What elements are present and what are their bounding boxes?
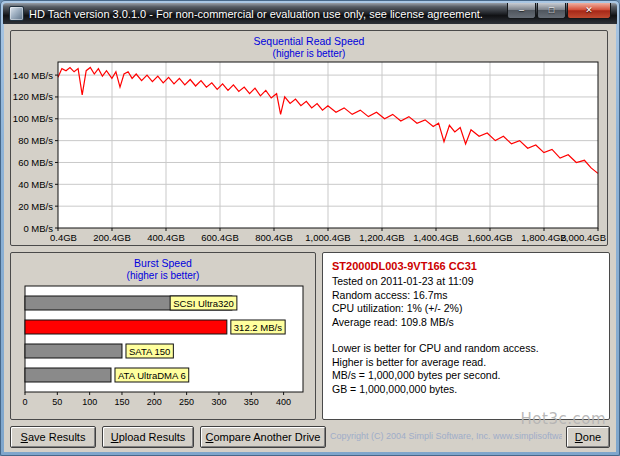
client-area: Sequential Read Speed (higher is better)… xyxy=(4,24,616,452)
maximize-button[interactable]: □ xyxy=(537,3,566,19)
svg-text:SATA 150: SATA 150 xyxy=(129,346,170,357)
info-notes: Lower is better for CPU and random acces… xyxy=(332,342,600,396)
stat-line: CPU utilization: 1% (+/- 2%) xyxy=(332,302,600,316)
svg-text:0 MB/s: 0 MB/s xyxy=(23,223,53,234)
svg-text:1,000.4GB: 1,000.4GB xyxy=(305,232,350,243)
svg-text:1,600.4GB: 1,600.4GB xyxy=(467,232,512,243)
sequential-chart-title: Sequential Read Speed xyxy=(11,35,607,48)
svg-text:350: 350 xyxy=(244,397,259,407)
svg-text:20 MB/s: 20 MB/s xyxy=(18,201,53,212)
button-label: Upload Results xyxy=(111,431,186,443)
svg-text:400: 400 xyxy=(276,397,291,407)
svg-text:50: 50 xyxy=(52,397,62,407)
sequential-read-panel: Sequential Read Speed (higher is better)… xyxy=(10,30,608,246)
burst-chart-subtitle: (higher is better) xyxy=(11,270,315,282)
svg-text:80 MB/s: 80 MB/s xyxy=(18,135,53,146)
svg-text:2,000.4GB: 2,000.4GB xyxy=(561,232,606,243)
compare-another-drive-button[interactable]: Compare Another Drive xyxy=(200,426,326,448)
note-line: Lower is better for CPU and random acces… xyxy=(332,342,600,356)
sequential-read-chart: 0 MB/s20 MB/s40 MB/s60 MB/s80 MB/s100 MB… xyxy=(12,60,606,244)
stat-line: Average read: 109.8 MB/s xyxy=(332,316,600,330)
minimize-button[interactable]: – xyxy=(507,3,536,19)
svg-text:120 MB/s: 120 MB/s xyxy=(13,91,53,102)
note-line: MB/s = 1,000,000 bytes per second. xyxy=(332,369,600,383)
svg-text:600.4GB: 600.4GB xyxy=(201,232,239,243)
svg-text:140 MB/s: 140 MB/s xyxy=(13,70,53,81)
svg-text:40 MB/s: 40 MB/s xyxy=(18,179,53,190)
svg-text:200.4GB: 200.4GB xyxy=(93,232,131,243)
title-bar: HD Tach version 3.0.1.0 - For non-commer… xyxy=(3,3,617,24)
button-label: Save Results xyxy=(21,431,86,443)
svg-text:200: 200 xyxy=(147,397,162,407)
stat-line: Random access: 16.7ms xyxy=(332,289,600,303)
svg-text:312.2 MB/s: 312.2 MB/s xyxy=(234,322,282,333)
window-controls: – □ ✕ xyxy=(506,3,611,19)
button-label: Compare Another Drive xyxy=(206,431,321,443)
svg-text:SCSI Ultra320: SCSI Ultra320 xyxy=(173,298,234,309)
svg-text:150: 150 xyxy=(114,397,129,407)
svg-text:100 MB/s: 100 MB/s xyxy=(13,113,53,124)
window: HD Tach version 3.0.1.0 - For non-commer… xyxy=(0,0,620,456)
burst-speed-panel: Burst Speed (higher is better) 050100150… xyxy=(10,252,316,420)
note-line: GB = 1,000,000,000 bytes. xyxy=(332,383,600,397)
svg-text:0: 0 xyxy=(22,397,27,407)
drive-stats: Tested on 2011-01-23 at 11:09Random acce… xyxy=(332,275,600,329)
stat-line: Tested on 2011-01-23 at 11:09 xyxy=(332,275,600,289)
svg-text:100: 100 xyxy=(82,397,97,407)
sequential-chart-subtitle: (higher is better) xyxy=(11,48,607,60)
svg-text:400.4GB: 400.4GB xyxy=(147,232,185,243)
app-icon xyxy=(9,6,24,21)
svg-text:1,400.4GB: 1,400.4GB xyxy=(413,232,458,243)
note-line: Higher is better for average read. xyxy=(332,356,600,370)
svg-text:250: 250 xyxy=(179,397,194,407)
svg-text:ATA UltraDMA 6: ATA UltraDMA 6 xyxy=(118,370,186,381)
button-label: Done xyxy=(575,431,601,443)
results-info-panel: ST2000DL003-9VT166 CC31 Tested on 2011-0… xyxy=(322,252,610,420)
done-button[interactable]: Done xyxy=(566,426,610,448)
save-results-button[interactable]: Save Results xyxy=(10,426,96,448)
drive-model: ST2000DL003-9VT166 CC31 xyxy=(332,259,600,273)
burst-chart-title: Burst Speed xyxy=(11,257,315,270)
svg-text:60 MB/s: 60 MB/s xyxy=(18,157,53,168)
close-button[interactable]: ✕ xyxy=(567,3,611,19)
svg-text:300: 300 xyxy=(211,397,226,407)
burst-speed-chart: 050100150200250300350400SCSI Ultra320312… xyxy=(15,282,311,410)
window-title: HD Tach version 3.0.1.0 - For non-commer… xyxy=(29,8,483,20)
upload-results-button[interactable]: Upload Results xyxy=(102,426,194,448)
svg-text:0.4GB: 0.4GB xyxy=(50,232,77,243)
copyright-text: Copyright (C) 2004 Simpli Software, Inc.… xyxy=(330,431,562,441)
svg-text:1,200.4GB: 1,200.4GB xyxy=(359,232,404,243)
svg-text:800.4GB: 800.4GB xyxy=(255,232,293,243)
